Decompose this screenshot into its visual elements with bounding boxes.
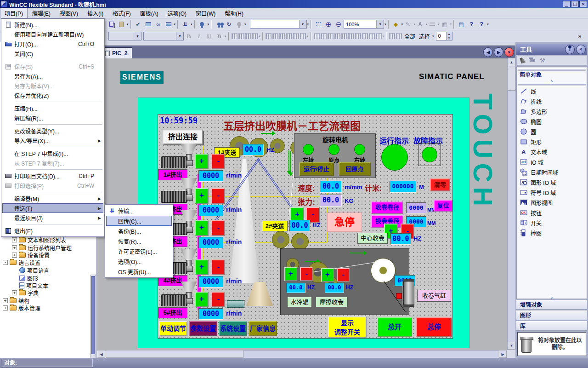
menu-item-integrate-step7[interactable]: 在 STEP 7 中集成(I)...	[2, 149, 103, 158]
horizontal-scrollbar[interactable]: ◀ ▶	[97, 350, 507, 358]
tool-ellipse[interactable]: 椭圆	[517, 116, 587, 126]
scroll-left-icon[interactable]: ◀	[97, 351, 105, 358]
horizontal-scroll-thumb[interactable]	[106, 351, 243, 358]
transfer-dropdown-icon[interactable]: ▾	[174, 23, 176, 26]
rotate-left-icon[interactable]	[279, 33, 285, 39]
help-book-icon[interactable]: ▤	[457, 20, 466, 29]
tree-item-project-languages[interactable]: 项目语言	[19, 266, 49, 274]
stamp-icon[interactable]	[530, 59, 535, 62]
menu-insert[interactable]: 插入(I)	[83, 8, 108, 18]
menu-view[interactable]: 视图(V)	[55, 8, 83, 18]
submenu-item-transfer[interactable]: ⇊传输...	[106, 206, 172, 216]
speed-io-field[interactable]: 00.0	[320, 181, 342, 193]
object-combobox[interactable]: ▼	[250, 20, 307, 29]
menu-project[interactable]: 项目(P)	[0, 8, 28, 18]
tool-circle[interactable]: 圆	[517, 126, 587, 137]
tree-item-structures[interactable]: +结构	[3, 297, 29, 304]
border-style-icon[interactable]: ▦	[440, 20, 449, 29]
italic-icon[interactable]: I	[194, 32, 204, 41]
zoom-area-icon[interactable]	[314, 20, 323, 29]
friction-plus-button[interactable]: +	[321, 268, 334, 282]
same-height-icon[interactable]	[376, 33, 382, 39]
restore-button[interactable]: □	[571, 1, 579, 7]
vendor-button[interactable]: 厂家信息	[249, 321, 277, 336]
submenu-item-backup[interactable]: 备份(B)...	[106, 226, 172, 236]
user-pair-icon[interactable]	[214, 20, 223, 29]
layer-select-label[interactable]: 选择	[418, 32, 431, 41]
menu-item-save-as[interactable]: 另存为(A)...	[2, 71, 103, 81]
distribute-horizontal-icon[interactable]	[355, 33, 361, 39]
bold-icon[interactable]: B	[184, 32, 193, 41]
pin-icon[interactable]	[565, 45, 575, 54]
pen-color-icon[interactable]: ✎	[403, 20, 413, 29]
select-cursor-icon[interactable]	[520, 57, 526, 64]
tree-item-text-lists[interactable]: +文本和图形列表	[12, 236, 66, 243]
ungroup-icon[interactable]	[396, 33, 402, 39]
collapse-icon[interactable]: -	[3, 260, 8, 265]
align-top-icon[interactable]	[334, 33, 340, 39]
menu-edit[interactable]: 编辑(E)	[28, 8, 55, 18]
menu-item-compiler[interactable]: 编译器(M)▶	[2, 194, 103, 203]
section-graphics[interactable]: 图形	[516, 310, 587, 320]
menu-item-transfer[interactable]: 传送(T)▶	[2, 203, 103, 213]
menu-item-unarchive[interactable]: 解压缩(R)...	[2, 113, 103, 123]
help-dropdown-icon[interactable]: ▾	[487, 23, 489, 26]
flip-vertical-icon[interactable]	[272, 33, 278, 39]
tool-bar-graph[interactable]: 棒图	[517, 228, 587, 238]
align-left-icon[interactable]	[314, 33, 320, 39]
menu-item-copy-from-step7[interactable]: 从 STEP 7 复制(7)...	[2, 158, 103, 168]
user-admin-icon[interactable]	[198, 20, 207, 29]
tree-item-language-settings[interactable]: -语言设置	[3, 259, 40, 266]
minimize-button[interactable]: ▁	[563, 1, 571, 7]
delete-drop-area[interactable]: 将对象放置在此以删除。	[517, 332, 586, 356]
font-color-dropdown-icon[interactable]: ▾	[426, 23, 428, 26]
menu-item-print-selection[interactable]: 打印选择(P)Ctrl+W	[2, 181, 103, 190]
menu-item-new-wizard[interactable]: 使用项目向导建立新项目(W)	[2, 29, 103, 39]
clamp2-io-field[interactable]: 00.0	[289, 220, 310, 231]
expand-icon[interactable]: +	[3, 298, 8, 303]
download-icon[interactable]: ⇊	[181, 20, 190, 29]
tool-switch[interactable]: 01开关	[517, 218, 587, 228]
tree-scrollbar[interactable]	[90, 275, 96, 362]
download-dropdown-icon[interactable]: ▾	[191, 23, 192, 26]
extruder5-minus-button[interactable]: -	[211, 292, 225, 307]
text-style-dropdown-icon[interactable]: ▾	[225, 34, 226, 38]
align-center-icon[interactable]	[321, 33, 327, 39]
manual-adjust-button[interactable]: 单动调节	[159, 321, 187, 336]
menu-options[interactable]: 选项(O)	[163, 8, 191, 18]
water-roll-plus-button[interactable]: +	[284, 267, 297, 281]
line-style-icon[interactable]	[428, 20, 437, 29]
bring-front-icon[interactable]	[232, 33, 237, 39]
extruder1-plus-button[interactable]: +	[195, 154, 209, 169]
send-back-icon[interactable]	[238, 33, 244, 39]
tool-graphic-io-field[interactable]: A图形 IO 域	[517, 177, 587, 187]
menu-item-exit[interactable]: 退出(E)	[2, 226, 103, 236]
zoom-in-icon[interactable]: ⊕	[324, 20, 333, 29]
rotate-dropdown-icon[interactable]: ▾	[307, 34, 309, 38]
hmi-screen[interactable]: 10:59:59 五层挤出吹膜机－工艺流程图 挤出连接 1#夹送 00.0 HZ…	[158, 114, 453, 339]
extruder4-plus-button[interactable]: +	[195, 259, 209, 275]
menu-item-new[interactable]: 新建(N)...	[2, 20, 103, 29]
clear-meter-button[interactable]: 清零	[430, 178, 450, 191]
flip-horizontal-icon[interactable]	[266, 33, 271, 39]
tension-io-field[interactable]: 00.0	[320, 195, 342, 207]
align-bottom-icon[interactable]	[348, 33, 354, 39]
extrude-connect-button[interactable]: 挤出连接	[163, 130, 203, 144]
tool-polygon[interactable]: 多边形	[517, 106, 587, 116]
transfer-icon[interactable]	[164, 20, 173, 29]
sync-icon[interactable]: ↻	[224, 20, 233, 29]
expand-icon[interactable]: +	[12, 253, 17, 258]
distribute-vertical-icon[interactable]	[362, 33, 368, 39]
extruder5-plus-button[interactable]: +	[195, 292, 209, 307]
tool-datetime-field[interactable]: 12日期时间域	[517, 167, 587, 177]
menu-item-save[interactable]: 保存(S)Ctrl+S	[2, 62, 103, 71]
check-consistency-icon[interactable]: ✔	[134, 20, 143, 29]
extruder5-io-field[interactable]: 0000	[198, 308, 223, 320]
toolbar-overflow-icon[interactable]: »	[575, 32, 584, 41]
tools-close-icon[interactable]: ×	[576, 45, 586, 54]
fill-dropdown-icon[interactable]: ▾	[401, 23, 403, 26]
tool-line[interactable]: 线	[517, 86, 587, 96]
expand-icon[interactable]: +	[12, 290, 17, 295]
section-simple-objects[interactable]: 简单对象	[517, 71, 587, 79]
menu-format[interactable]: 格式(F)	[108, 8, 135, 18]
